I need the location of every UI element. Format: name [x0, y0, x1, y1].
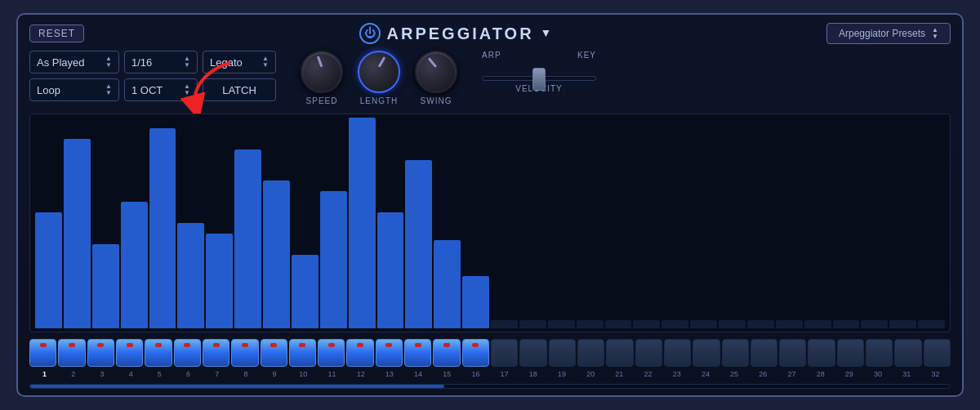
step-btn-29[interactable] [837, 339, 864, 367]
step-btn-1[interactable] [29, 339, 56, 367]
step-btn-11[interactable] [318, 339, 345, 367]
step-btn-17[interactable] [491, 339, 518, 367]
step-btn-18[interactable] [519, 339, 546, 367]
bar-9[interactable] [263, 180, 290, 328]
step-btn-2[interactable] [58, 339, 85, 367]
reset-button[interactable]: RESET [29, 25, 84, 42]
scrollbar-thumb[interactable] [30, 385, 444, 388]
bar-2[interactable] [64, 139, 91, 328]
step-btn-23[interactable] [664, 339, 691, 367]
step-dot-16 [472, 343, 479, 347]
step-btn-32[interactable] [924, 339, 951, 367]
playback-select[interactable]: Loop ▲▼ [29, 78, 119, 101]
bar-31[interactable] [889, 320, 916, 328]
bar-10[interactable] [292, 255, 318, 328]
step-number-23: 23 [663, 370, 690, 378]
latch-button[interactable]: LATCH [203, 78, 276, 101]
bar-29[interactable] [833, 320, 860, 328]
step-btn-7[interactable] [203, 339, 229, 367]
bar-20[interactable] [577, 320, 604, 328]
speed-knob[interactable] [301, 51, 343, 93]
length-knob[interactable] [358, 51, 400, 93]
step-btn-4[interactable] [116, 339, 143, 367]
bar-28[interactable] [804, 320, 831, 328]
bar-19[interactable] [548, 320, 575, 328]
bar-18[interactable] [519, 320, 546, 328]
bar-25[interactable] [719, 320, 746, 328]
step-btn-26[interactable] [751, 339, 777, 367]
bar-6[interactable] [177, 223, 204, 328]
step-btn-25[interactable] [722, 339, 749, 367]
bar-32[interactable] [918, 320, 945, 328]
bar-11[interactable] [320, 191, 347, 328]
step-btn-3[interactable] [87, 339, 114, 367]
step-btn-27[interactable] [779, 339, 806, 367]
presets-button[interactable]: Arpeggiator Presets ▲▼ [826, 23, 951, 44]
step-btn-31[interactable] [894, 339, 921, 367]
step-btn-24[interactable] [693, 339, 719, 367]
bar-12[interactable] [349, 118, 376, 328]
articulation-select[interactable]: Legato ▲▼ [203, 51, 276, 74]
bars-area [29, 114, 951, 332]
bar-23[interactable] [662, 320, 688, 328]
step-btn-15[interactable] [433, 339, 460, 367]
step-dot-8 [242, 343, 248, 347]
step-number-17: 17 [491, 370, 518, 378]
step-dot-6 [184, 343, 190, 347]
step-btn-30[interactable] [866, 339, 893, 367]
bar-1[interactable] [35, 212, 62, 328]
step-dot-3 [97, 343, 104, 347]
step-btn-6[interactable] [174, 339, 201, 367]
power-icon[interactable]: ⏻ [359, 23, 381, 44]
bar-8[interactable] [234, 149, 261, 328]
title-section: ⏻ ARPEGGIATOR ▼ [359, 23, 552, 44]
bar-13[interactable] [377, 212, 404, 328]
steps-row [29, 339, 951, 367]
octave-select[interactable]: 1 OCT ▲▼ [124, 78, 198, 101]
step-btn-10[interactable] [289, 339, 316, 367]
velocity-thumb[interactable] [532, 68, 546, 91]
swing-knob[interactable] [415, 51, 457, 93]
control-row-top: As Played ▲▼ 1/16 ▲▼ Legato ▲▼ [29, 51, 276, 74]
arp-label: ARP [482, 51, 501, 60]
step-btn-19[interactable] [549, 339, 576, 367]
step-btn-9[interactable] [261, 339, 287, 367]
bar-15[interactable] [434, 240, 461, 328]
bar-7[interactable] [206, 234, 233, 328]
presets-arrows-icon: ▲▼ [932, 27, 938, 40]
step-btn-8[interactable] [231, 339, 258, 367]
arpeggiator-panel: RESET ⏻ ARPEGGIATOR ▼ Arpeggiator Preset… [16, 13, 964, 397]
step-btn-22[interactable] [635, 339, 662, 367]
playback-arrows-icon: ▲▼ [105, 83, 112, 96]
velocity-slider-container [482, 76, 596, 81]
step-btn-14[interactable] [404, 339, 431, 367]
bar-27[interactable] [776, 320, 803, 328]
scrollbar-track[interactable] [29, 384, 951, 389]
step-btn-12[interactable] [346, 339, 373, 367]
step-btn-28[interactable] [808, 339, 835, 367]
bar-4[interactable] [121, 202, 148, 328]
bar-26[interactable] [747, 320, 774, 328]
step-dot-9 [270, 343, 277, 347]
step-btn-5[interactable] [145, 339, 172, 367]
step-number-26: 26 [750, 370, 777, 378]
bar-24[interactable] [690, 320, 717, 328]
bar-16[interactable] [462, 276, 489, 329]
step-number-14: 14 [404, 370, 431, 378]
bar-5[interactable] [149, 128, 176, 328]
step-dot-4 [127, 343, 133, 347]
bar-21[interactable] [605, 320, 632, 328]
step-btn-13[interactable] [376, 339, 403, 367]
scrollbar-area [29, 381, 951, 389]
bar-22[interactable] [633, 320, 660, 328]
bar-14[interactable] [405, 160, 432, 328]
bar-17[interactable] [491, 320, 518, 328]
step-btn-21[interactable] [606, 339, 633, 367]
step-btn-20[interactable] [577, 339, 604, 367]
rate-select[interactable]: 1/16 ▲▼ [124, 51, 198, 74]
step-btn-16[interactable] [462, 339, 489, 367]
mode-select[interactable]: As Played ▲▼ [29, 51, 119, 74]
bar-30[interactable] [861, 320, 888, 328]
bar-3[interactable] [92, 244, 119, 328]
title-dropdown-arrow[interactable]: ▼ [541, 27, 552, 40]
